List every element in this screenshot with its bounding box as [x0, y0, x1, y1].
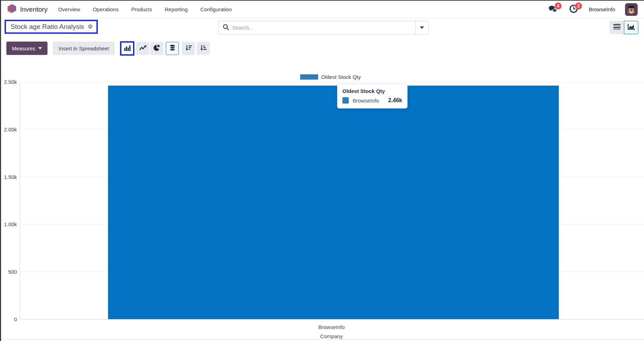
window-left-edge	[0, 0, 1, 341]
sort-ascending-icon	[200, 45, 207, 52]
page-title: Stock age Ratio Analysis	[11, 23, 84, 31]
database-icon	[169, 44, 176, 52]
sort-controls	[182, 42, 210, 55]
measures-label: Measures	[12, 45, 35, 51]
menu-overview[interactable]: Overview	[58, 6, 80, 12]
messages-button[interactable]: 4	[548, 4, 558, 15]
area-chart-icon	[627, 23, 636, 32]
top-navbar: Inventory OverviewOperationsProductsRepo…	[1, 1, 644, 18]
chart-tooltip: Oldest Stock Qty BrowseInfo 2.46k	[337, 84, 408, 108]
gear-icon[interactable]: ⚙	[88, 24, 93, 30]
menu-reporting[interactable]: Reporting	[165, 6, 188, 12]
x-axis-title: Company	[20, 333, 643, 339]
app-switcher[interactable]: Inventory	[7, 4, 48, 15]
search-field[interactable]	[219, 24, 415, 32]
menu-products[interactable]: Products	[131, 6, 152, 12]
insert-in-spreadsheet-button[interactable]: Insert in Spreadsheet	[53, 42, 115, 55]
line-chart-icon	[139, 45, 146, 52]
user-menu[interactable]: BrowseInfo	[589, 6, 615, 12]
messages-badge: 4	[555, 2, 562, 10]
annotation-box-bar-chart	[120, 41, 134, 56]
screen: Inventory OverviewOperationsProductsRepo…	[0, 0, 644, 341]
list-view-button[interactable]	[610, 21, 624, 34]
sort-descending-icon	[185, 45, 192, 52]
search-filters-toggle[interactable]	[415, 21, 428, 34]
line-chart-button[interactable]	[136, 42, 149, 55]
chart-region: Oldest Stock Qty 05001.00k1.50k2.00k2.50…	[1, 56, 644, 341]
control-panel: Stock age Ratio Analysis ⚙	[1, 19, 644, 40]
chevron-down-icon	[420, 26, 424, 29]
search-bar	[218, 21, 429, 35]
pie-chart-icon	[153, 44, 160, 52]
y-axis-tick: 2.50k	[1, 79, 17, 85]
bar-chart-button[interactable]	[121, 43, 133, 54]
systray: 4 2 BrowseInfo	[548, 3, 638, 16]
tooltip-row: BrowseInfo 2.46k	[342, 97, 402, 104]
window-bottom-edge	[1, 339, 644, 340]
stacked-button[interactable]	[166, 42, 179, 55]
annotation-box-title: Stock age Ratio Analysis ⚙	[5, 20, 98, 34]
pie-chart-button[interactable]	[150, 42, 163, 55]
tooltip-title: Oldest Stock Qty	[342, 88, 402, 94]
y-axis-line	[20, 82, 20, 319]
gridline	[20, 82, 644, 82]
avatar[interactable]	[625, 3, 638, 16]
sort-ascending-button[interactable]	[197, 42, 210, 55]
y-axis-tick: 1.00k	[1, 221, 17, 227]
list-view-icon	[613, 24, 621, 31]
app-name[interactable]: Inventory	[20, 6, 48, 13]
activities-badge: 2	[575, 2, 582, 10]
toolbar: Measures Insert in Spreadsheet	[6, 40, 210, 56]
bar-chart-icon	[124, 45, 131, 52]
menu-configuration[interactable]: Configuration	[200, 6, 232, 12]
chart-bar[interactable]	[108, 86, 559, 319]
search-icon	[223, 24, 229, 32]
y-axis-tick: 2.00k	[1, 126, 17, 132]
x-axis-category-label: BrowseInfo	[20, 324, 643, 330]
x-axis-baseline	[20, 319, 644, 320]
menu-operations[interactable]: Operations	[93, 6, 119, 12]
tooltip-value: 2.46k	[388, 97, 402, 104]
sort-descending-button[interactable]	[182, 42, 195, 55]
inventory-app-icon	[7, 4, 17, 15]
tooltip-label: BrowseInfo	[353, 98, 379, 104]
view-switcher	[610, 21, 638, 34]
measures-button[interactable]: Measures	[6, 42, 48, 55]
y-axis-tick: 1.50k	[1, 174, 17, 180]
main-menu: OverviewOperationsProductsReportingConfi…	[58, 6, 232, 12]
legend-swatch	[300, 74, 318, 80]
tooltip-swatch	[342, 97, 349, 104]
legend-label: Oldest Stock Qty	[321, 74, 361, 80]
search-input[interactable]	[232, 25, 411, 31]
chart-type-switcher	[120, 41, 179, 56]
chart-legend[interactable]: Oldest Stock Qty	[19, 74, 642, 80]
y-axis-tick: 0	[1, 316, 17, 322]
chevron-down-icon	[38, 47, 42, 49]
activities-button[interactable]: 2	[568, 4, 579, 15]
graph-view-button[interactable]	[624, 21, 638, 34]
y-axis-tick: 500	[1, 269, 17, 275]
